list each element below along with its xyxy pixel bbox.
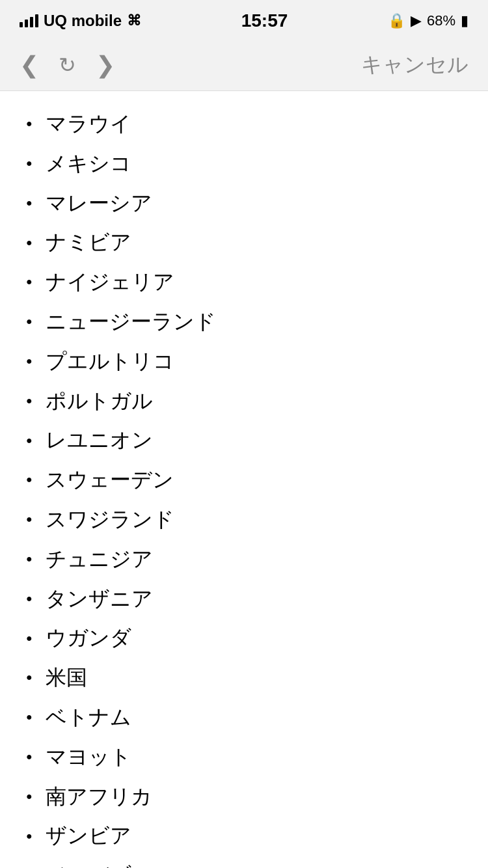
main-content: マラウイ メキシコ マレーシア ナミビア ナイジェリア ニュージーランド プエル… (0, 91, 488, 868)
nav-left-controls: ❮ ↻ ❯ (20, 51, 115, 79)
wifi-icon: ⌘ (127, 12, 141, 29)
list-item: タンザニア (26, 579, 462, 619)
back-button[interactable]: ❮ (20, 51, 39, 79)
cancel-button[interactable]: キャンセル (361, 51, 468, 79)
battery-icon: ▮ (461, 12, 468, 29)
list-item: メキシコ (26, 144, 462, 183)
list-item: ニュージーランド (26, 302, 462, 342)
country-list: マラウイ メキシコ マレーシア ナミビア ナイジェリア ニュージーランド プエル… (26, 104, 462, 868)
battery-percent: 68% (427, 12, 455, 29)
list-item: ポルトガル (26, 381, 462, 421)
list-item: ザンビア (26, 816, 462, 856)
list-item: マレーシア (26, 183, 462, 223)
status-time: 15:57 (241, 10, 288, 31)
list-item: スワジランド (26, 500, 462, 539)
list-item: プエルトリコ (26, 342, 462, 381)
forward-button[interactable]: ❯ (96, 51, 115, 79)
list-item: ジンバブエ (26, 856, 462, 868)
list-item: マラウイ (26, 104, 462, 144)
location-icon: ▶ (411, 12, 422, 29)
carrier-label: UQ mobile (44, 12, 122, 30)
list-item: ナイジェリア (26, 262, 462, 302)
status-bar: UQ mobile ⌘ 15:57 🔒 ▶ 68% ▮ (0, 0, 488, 39)
list-item: チュニジア (26, 539, 462, 579)
list-item: 南アフリカ (26, 777, 462, 817)
list-item: 米国 (26, 658, 462, 698)
refresh-button[interactable]: ↻ (59, 53, 76, 77)
list-item: スウェーデン (26, 460, 462, 500)
signal-bars-icon (20, 14, 38, 27)
list-item: レユニオン (26, 420, 462, 460)
list-item: ベトナム (26, 698, 462, 737)
lock-icon: 🔒 (388, 12, 405, 29)
status-right: 🔒 ▶ 68% ▮ (388, 12, 468, 29)
status-left: UQ mobile ⌘ (20, 12, 141, 30)
list-item: ウガンダ (26, 618, 462, 658)
list-item: マヨット (26, 737, 462, 777)
list-item: ナミビア (26, 223, 462, 262)
nav-bar: ❮ ↻ ❯ キャンセル (0, 39, 488, 91)
